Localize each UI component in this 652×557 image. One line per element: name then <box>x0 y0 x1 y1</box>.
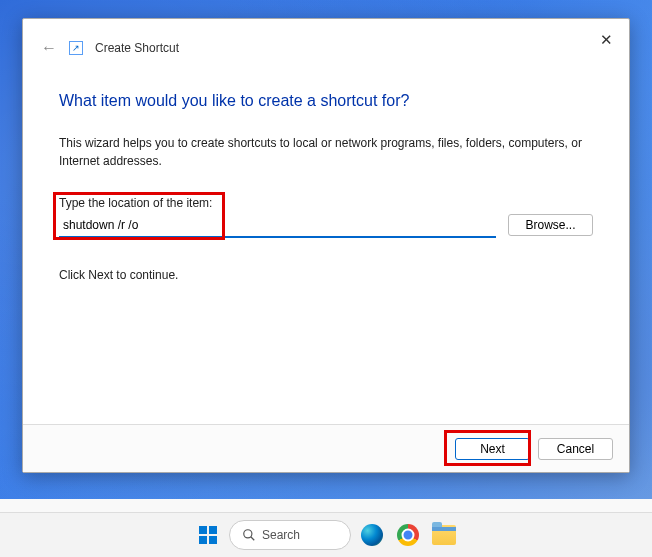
cancel-button[interactable]: Cancel <box>538 438 613 460</box>
edge-icon <box>361 524 383 546</box>
next-button[interactable]: Next <box>455 438 530 460</box>
continue-text: Click Next to continue. <box>59 268 593 282</box>
start-button[interactable] <box>193 520 223 550</box>
search-icon <box>242 528 256 542</box>
file-explorer-icon <box>432 525 456 545</box>
input-row: Browse... <box>59 214 593 238</box>
location-input[interactable] <box>59 214 496 238</box>
shortcut-icon: ↗ <box>69 41 83 55</box>
svg-point-0 <box>244 530 252 538</box>
browse-button[interactable]: Browse... <box>508 214 593 236</box>
svg-line-1 <box>251 537 255 541</box>
taskbar-file-explorer[interactable] <box>429 520 459 550</box>
dialog-content: What item would you like to create a sho… <box>23 67 629 292</box>
description-text: This wizard helps you to create shortcut… <box>59 134 593 170</box>
close-icon: ✕ <box>600 31 613 49</box>
search-placeholder: Search <box>262 528 300 542</box>
taskbar-chrome[interactable] <box>393 520 423 550</box>
back-arrow-icon[interactable]: ← <box>41 39 57 57</box>
dialog-header: ← ↗ Create Shortcut <box>23 19 629 67</box>
chrome-icon <box>397 524 419 546</box>
taskbar: Search <box>0 512 652 557</box>
windows-logo-icon <box>199 526 217 544</box>
taskbar-edge[interactable] <box>357 520 387 550</box>
main-title: What item would you like to create a sho… <box>59 92 593 110</box>
create-shortcut-dialog: ✕ ← ↗ Create Shortcut What item would yo… <box>22 18 630 473</box>
close-button[interactable]: ✕ <box>597 31 615 49</box>
dialog-footer: Next Cancel <box>23 424 629 472</box>
taskbar-search[interactable]: Search <box>229 520 351 550</box>
header-title: Create Shortcut <box>95 41 179 55</box>
location-input-label: Type the location of the item: <box>59 196 593 210</box>
taskbar-divider <box>0 499 652 512</box>
